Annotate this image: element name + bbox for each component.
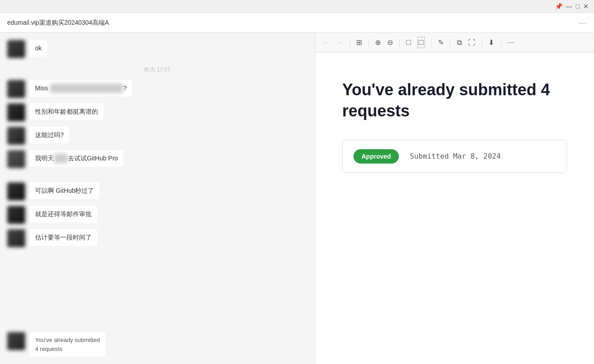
close-icon[interactable]: ✕ bbox=[583, 3, 589, 10]
message-bubble: 估计要等一段时间了 bbox=[30, 229, 97, 246]
list-item: 我明天 去试试GitHub Pro bbox=[0, 148, 315, 170]
message-text: 我明天 bbox=[35, 155, 54, 162]
more-options-icon[interactable]: ⋯ bbox=[579, 18, 587, 28]
avatar bbox=[7, 127, 25, 145]
message-bubble: 可以啊 GitHub秒过了 bbox=[30, 182, 99, 199]
split-icon[interactable]: ⧉ bbox=[457, 39, 462, 47]
main-layout: ok 昨天 17:57 Miss ? 性别和年龄都挺离谱的 bbox=[0, 33, 594, 364]
preview-message-row: You've already submitted 4 requests bbox=[0, 330, 315, 359]
avatar bbox=[7, 332, 25, 350]
list-item: Miss ? bbox=[0, 78, 315, 100]
request-card: Approved Submitted Mar 8, 2024 bbox=[342, 140, 567, 173]
viewer-content: You've already submitted 4 requests Appr… bbox=[315, 53, 594, 364]
message-text: 性别和年龄都挺离谱的 bbox=[35, 108, 98, 115]
message-bubble: 性别和年龄都挺离谱的 bbox=[30, 103, 103, 120]
message-bubble: ok bbox=[30, 40, 47, 57]
crop-icon[interactable]: ⛶ bbox=[468, 39, 475, 47]
zoom-out-icon[interactable]: ⊖ bbox=[387, 38, 393, 47]
avatar bbox=[7, 229, 25, 247]
message-bubble: 就是还得等邮件审批 bbox=[30, 206, 97, 222]
message-text: ok bbox=[35, 44, 42, 52]
avatar bbox=[7, 150, 25, 168]
forward-icon[interactable]: → bbox=[336, 39, 343, 47]
message-text: 可以啊 GitHub秒过了 bbox=[35, 187, 94, 194]
avatar bbox=[7, 40, 25, 58]
message-text: 就是还得等邮件审批 bbox=[35, 210, 92, 218]
message-suffix: ? bbox=[123, 84, 127, 92]
avatar bbox=[7, 80, 25, 98]
maximize-icon[interactable]: □ bbox=[576, 3, 580, 10]
blurred-text bbox=[50, 84, 123, 93]
chat-title: edumail.vip渠道购买20240304高端A bbox=[7, 19, 109, 27]
download-icon[interactable]: ⬇ bbox=[488, 38, 494, 47]
preview-line1: You've already submitted bbox=[35, 337, 100, 343]
approved-badge: Approved bbox=[353, 149, 399, 164]
title-bar: edumail.vip渠道购买20240304高端A ⋯ bbox=[0, 13, 594, 33]
toolbar-separator bbox=[500, 38, 501, 47]
edit-icon[interactable]: ✎ bbox=[438, 38, 444, 47]
avatar bbox=[7, 103, 25, 121]
message-bubble: Miss ? bbox=[30, 80, 132, 97]
zoom-in-icon[interactable]: ⊕ bbox=[375, 38, 381, 47]
toolbar-separator bbox=[349, 38, 350, 47]
grid-icon[interactable]: ⊞ bbox=[356, 38, 362, 47]
message-bubble: 我明天 去试试GitHub Pro bbox=[30, 150, 123, 167]
viewer-heading: You've already submitted 4 requests bbox=[342, 80, 567, 122]
blurred-text bbox=[54, 154, 68, 163]
pin-icon[interactable]: 📌 bbox=[555, 3, 563, 10]
avatar bbox=[7, 206, 25, 224]
window-controls: 📌 — □ ✕ bbox=[0, 0, 594, 13]
back-icon[interactable]: ← bbox=[322, 39, 330, 47]
chat-panel[interactable]: ok 昨天 17:57 Miss ? 性别和年龄都挺离谱的 bbox=[0, 33, 315, 364]
toolbar-separator bbox=[450, 38, 451, 47]
list-item: ok bbox=[0, 38, 315, 60]
message-suffix: 去试试GitHub Pro bbox=[68, 155, 118, 162]
list-item: 就是还得等邮件审批 bbox=[0, 204, 315, 226]
toolbar-separator bbox=[431, 38, 432, 47]
preview-bubble: You've already submitted 4 requests bbox=[30, 332, 105, 357]
preview-line2: 4 requests bbox=[35, 346, 63, 352]
message-text: 这能过吗? bbox=[35, 131, 64, 138]
list-item: 性别和年龄都挺离谱的 bbox=[0, 102, 315, 123]
list-item: 这能过吗? bbox=[0, 125, 315, 146]
toolbar-separator bbox=[482, 38, 482, 47]
message-text: Miss bbox=[35, 84, 50, 92]
viewer-toolbar: ← → ⊞ ⊕ ⊖ □ □ ✎ ⧉ ⛶ ⬇ ⋯ bbox=[315, 33, 594, 53]
list-item: 可以啊 GitHub秒过了 bbox=[0, 181, 315, 202]
timestamp: 昨天 17:57 bbox=[0, 66, 315, 74]
more-options-icon[interactable]: ⋯ bbox=[507, 38, 514, 47]
fit-page-icon[interactable]: □ bbox=[406, 38, 411, 47]
message-text: 估计要等一段时间了 bbox=[35, 234, 92, 241]
fit-width-icon[interactable]: □ bbox=[417, 37, 425, 48]
submitted-date: Submitted Mar 8, 2024 bbox=[410, 152, 500, 160]
toolbar-separator bbox=[399, 38, 400, 47]
minimize-icon[interactable]: — bbox=[566, 3, 572, 10]
message-bubble: 这能过吗? bbox=[30, 127, 69, 143]
avatar bbox=[7, 182, 25, 200]
toolbar-separator bbox=[368, 38, 369, 47]
viewer-panel: ← → ⊞ ⊕ ⊖ □ □ ✎ ⧉ ⛶ ⬇ ⋯ You've already s… bbox=[315, 33, 594, 364]
list-item: 估计要等一段时间了 bbox=[0, 227, 315, 249]
